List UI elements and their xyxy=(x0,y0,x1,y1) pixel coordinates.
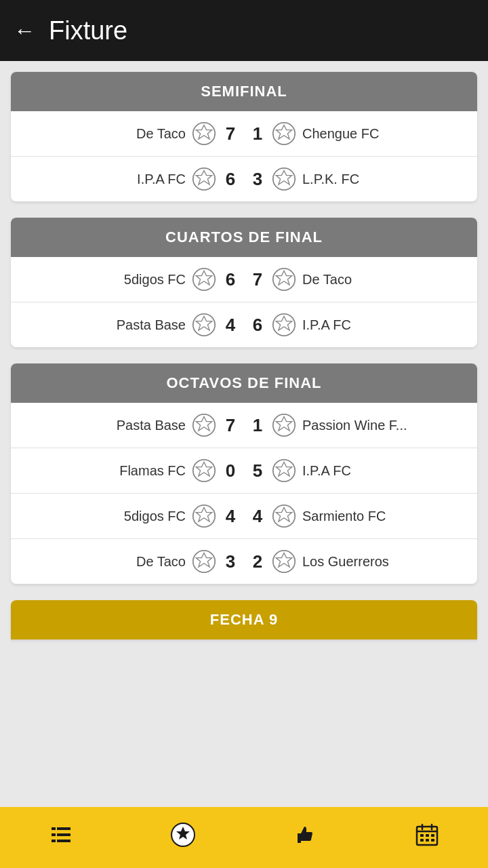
match-row[interactable]: I.P.A FC 6 3 L.P.K. FC xyxy=(11,157,477,201)
calendar-icon xyxy=(415,823,439,852)
svg-rect-36 xyxy=(52,840,56,842)
score-left: 4 xyxy=(220,506,241,527)
svg-marker-13 xyxy=(196,316,211,330)
team-logo-left xyxy=(191,267,217,292)
svg-marker-3 xyxy=(276,125,291,139)
content-area: SEMIFINAL De Taco 7 1 Chengue FC I.P. xyxy=(0,61,488,807)
section-header-semifinal: SEMIFINAL xyxy=(11,72,477,111)
score-left: 7 xyxy=(220,123,241,144)
svg-marker-27 xyxy=(276,507,291,521)
team-left: Flamas FC xyxy=(22,463,191,479)
team-logo-left xyxy=(191,312,217,338)
score-right: 5 xyxy=(247,460,268,481)
svg-marker-19 xyxy=(276,416,291,431)
svg-rect-32 xyxy=(52,827,56,830)
score-right: 1 xyxy=(247,415,268,436)
score-right: 3 xyxy=(247,169,268,190)
section-header-octavos: OCTAVOS DE FINAL xyxy=(11,363,477,403)
svg-marker-31 xyxy=(276,553,291,567)
team-right: De Taco xyxy=(297,272,466,288)
section-header-fecha9: FECHA 9 xyxy=(11,600,477,639)
score-left: 3 xyxy=(220,551,241,572)
score-left: 4 xyxy=(220,315,241,336)
score-right: 7 xyxy=(247,269,268,290)
score-left: 6 xyxy=(220,269,241,290)
team-logo-right xyxy=(271,166,297,192)
svg-rect-33 xyxy=(57,827,70,830)
svg-rect-45 xyxy=(426,834,429,837)
team-logo-left xyxy=(191,166,217,192)
team-logo-right xyxy=(271,312,297,338)
match-row[interactable]: Pasta Base 4 6 I.P.A FC xyxy=(11,302,477,347)
team-logo-right xyxy=(271,267,297,292)
svg-marker-15 xyxy=(276,316,291,330)
nav-item-thumbsup[interactable] xyxy=(280,817,331,858)
page-title: Fixture xyxy=(49,16,127,45)
nav-item-calendar[interactable] xyxy=(401,817,453,858)
back-button[interactable]: ← xyxy=(14,18,35,43)
section-cuartos: CUARTOS DE FINAL 5digos FC 6 7 De Taco xyxy=(11,218,477,347)
team-right: I.P.A FC xyxy=(297,463,466,479)
list-icon xyxy=(49,823,73,852)
match-row[interactable]: Pasta Base 7 1 Passion Wine F... xyxy=(11,403,477,448)
score-right: 6 xyxy=(247,315,268,336)
team-right: I.P.A FC xyxy=(297,317,466,333)
score-right: 2 xyxy=(247,551,268,572)
team-logo-left xyxy=(191,121,217,146)
svg-rect-46 xyxy=(431,834,434,837)
svg-marker-21 xyxy=(196,462,211,476)
svg-marker-17 xyxy=(196,416,211,431)
section-semifinal: SEMIFINAL De Taco 7 1 Chengue FC I.P. xyxy=(11,72,477,201)
team-right: Passion Wine F... xyxy=(297,418,466,433)
section-header-cuartos: CUARTOS DE FINAL xyxy=(11,218,477,257)
svg-rect-47 xyxy=(420,839,424,842)
score-left: 0 xyxy=(220,460,241,481)
svg-marker-5 xyxy=(196,170,211,184)
team-left: I.P.A FC xyxy=(22,172,191,187)
nav-item-list[interactable] xyxy=(35,817,87,858)
team-logo-left xyxy=(191,412,217,438)
team-right: L.P.K. FC xyxy=(297,172,466,187)
team-logo-left xyxy=(191,549,217,574)
team-left: 5digos FC xyxy=(22,272,191,288)
team-left: De Taco xyxy=(22,126,191,142)
soccer-icon xyxy=(170,822,196,853)
svg-marker-29 xyxy=(196,553,211,567)
team-logo-right xyxy=(271,121,297,146)
team-logo-right xyxy=(271,549,297,574)
team-logo-left xyxy=(191,503,217,529)
svg-marker-1 xyxy=(196,125,211,139)
team-right: Los Guerreros xyxy=(297,554,466,570)
bottom-navigation xyxy=(0,807,488,868)
team-right: Sarmiento FC xyxy=(297,509,466,524)
match-row[interactable]: Flamas FC 0 5 I.P.A FC xyxy=(11,448,477,494)
match-row[interactable]: De Taco 7 1 Chengue FC xyxy=(11,111,477,157)
team-left: Pasta Base xyxy=(22,317,191,333)
score-right: 1 xyxy=(247,123,268,144)
team-right: Chengue FC xyxy=(297,126,466,142)
svg-rect-44 xyxy=(420,834,424,837)
svg-rect-49 xyxy=(431,839,434,842)
svg-marker-23 xyxy=(276,462,291,476)
svg-rect-34 xyxy=(52,833,56,836)
team-logo-left xyxy=(191,458,217,484)
team-logo-right xyxy=(271,458,297,484)
team-left: De Taco xyxy=(22,554,191,570)
svg-marker-9 xyxy=(196,271,211,285)
team-left: 5digos FC xyxy=(22,509,191,524)
svg-marker-7 xyxy=(276,170,291,184)
match-row[interactable]: De Taco 3 2 Los Guerreros xyxy=(11,539,477,584)
match-row[interactable]: 5digos FC 4 4 Sarmiento FC xyxy=(11,494,477,539)
section-fecha9-partial: FECHA 9 xyxy=(11,600,477,639)
svg-marker-11 xyxy=(276,271,291,285)
app-header: ← Fixture xyxy=(0,0,488,61)
match-row[interactable]: 5digos FC 6 7 De Taco xyxy=(11,257,477,302)
section-octavos: OCTAVOS DE FINAL Pasta Base 7 1 Passion … xyxy=(11,363,477,584)
nav-item-soccer[interactable] xyxy=(157,816,209,859)
score-left: 6 xyxy=(220,169,241,190)
svg-rect-35 xyxy=(57,833,70,836)
svg-rect-37 xyxy=(57,840,70,842)
svg-marker-25 xyxy=(196,507,211,521)
team-logo-right xyxy=(271,503,297,529)
thumbsup-icon xyxy=(293,823,318,852)
